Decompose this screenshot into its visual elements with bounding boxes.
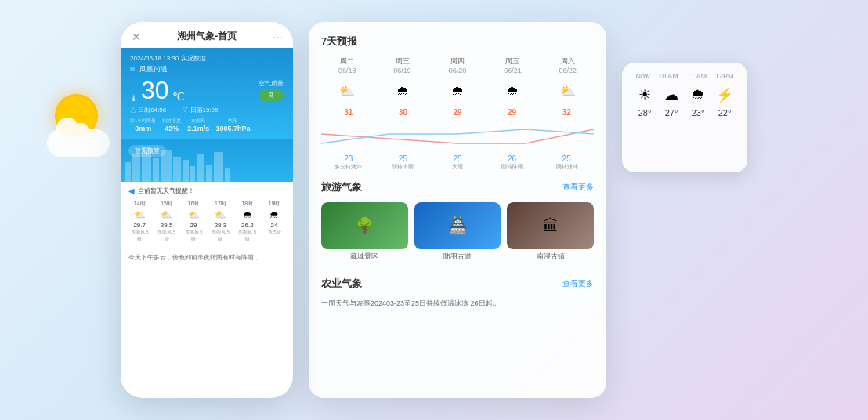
hourly-item: 15时 ⛅ 29.5 东南风 5级: [155, 200, 177, 243]
hourly-wind: 东南风 5级: [155, 229, 177, 243]
weather-stats: 前1小时雨量 0mm 相对湿度 42% 东南风 2.1m/s 气压 1005.7…: [130, 118, 284, 132]
hourly-time: 16时: [183, 200, 204, 208]
tourism-more[interactable]: 查看更多: [562, 182, 594, 193]
tourism-card[interactable]: 🏛 南浔古镇: [507, 202, 594, 262]
alert-row: ◀ 当前暂无天气提醒！: [128, 186, 285, 195]
forecast-day-header: 周五06/21: [486, 56, 538, 74]
tourism-name: 陆羽古道: [414, 252, 501, 262]
widget-time: 10 AM: [658, 72, 678, 80]
tourism-card[interactable]: 🌳 藏城景区: [321, 202, 408, 262]
day-date: 06/21: [486, 67, 538, 74]
forecast-icon: 🌧: [376, 84, 428, 99]
hourly-temp: 29.5: [155, 222, 177, 229]
menu-button[interactable]: ···: [273, 31, 282, 43]
widget-weather-icon: ⚡: [711, 86, 738, 103]
pressure-label: 气压: [215, 118, 250, 125]
rain-label: 前1小时雨量: [130, 118, 156, 125]
pressure-value: 1005.7hPa: [215, 125, 250, 132]
wind-value: 2.1m/s: [187, 125, 209, 132]
air-quality-badge: 良: [259, 89, 284, 101]
agri-header: 农业气象 查看更多: [321, 277, 594, 291]
hourly-icon: 🌧: [237, 209, 259, 220]
day-date: 06/22: [542, 67, 594, 74]
forecast-title: 7天预报: [321, 34, 357, 49]
city-skyline: 暂无预警: [121, 139, 293, 182]
forecast-day-header: 周三06/19: [376, 56, 428, 74]
forecast-icon: 🌧: [486, 84, 538, 99]
day-name: 周三: [376, 56, 428, 67]
low-temp: 26: [508, 154, 516, 163]
day-name: 周六: [542, 56, 594, 67]
hourly-temp: 26.2: [237, 222, 259, 229]
weather-desc: 阴转滂沛: [541, 163, 594, 171]
hourly-wind: 东南风 5级: [183, 229, 204, 243]
agri-more[interactable]: 查看更多: [562, 278, 594, 289]
phone-header: ✕ 湖州气象-首页 ···: [121, 22, 293, 48]
widget-icon-row: ☀☁🌧⚡: [631, 86, 738, 103]
wind-label: 东南风: [187, 118, 209, 125]
high-temp: 30: [399, 108, 407, 117]
phone-footer: 今天下午多云，傍晚到前半夜转阴有时有阵雨，: [121, 248, 293, 266]
hourly-item: 19时 🌧 24 东 5级: [263, 200, 285, 243]
sun-times: △ 日出04:56 ▽ 日落19:05: [130, 106, 284, 114]
day-name: 周四: [432, 56, 483, 67]
sunrise-time: △ 日出04:56: [130, 106, 166, 114]
high-temp: 31: [344, 108, 353, 117]
day-name: 周二: [321, 56, 373, 67]
sunset-time: ▽ 日落19:05: [182, 106, 218, 114]
rain-value: 0mm: [130, 125, 156, 132]
tourism-cards: 🌳 藏城景区 🏯 陆羽古道 🏛 南浔古镇: [321, 202, 594, 262]
air-quality-label: 空气质量: [259, 79, 284, 88]
forecast-icon: ⛅: [542, 84, 594, 99]
center-panel: 7天预报 周二06/18周三06/19周四06/20周五06/21周六06/22…: [309, 22, 606, 398]
high-temps: 3130292932: [321, 108, 594, 117]
low-temp: 23: [344, 154, 353, 163]
hourly-temp: 29: [183, 222, 204, 229]
hourly-time: 15时: [155, 200, 177, 208]
agri-title: 农业气象: [321, 277, 362, 291]
widget-weather-icon: ☁: [658, 86, 685, 103]
low-temps: 2325252625: [321, 154, 594, 163]
hourly-item: 14时 ⛅ 29.7 东南风 5级: [128, 200, 150, 243]
tourism-image: 🏯: [414, 202, 501, 249]
hourly-item: 18时 🌧 26.2 东南风 5级: [237, 200, 259, 243]
hourly-icon: 🌧: [263, 209, 285, 220]
sun-cloud-decoration: [47, 94, 110, 157]
cloud-decoration: [47, 129, 110, 157]
forecast-day-header: 周四06/20: [432, 56, 483, 74]
agriculture-section: 农业气象 查看更多 一周天气与农事202403-23至25日持续低温冰冻 26日…: [321, 270, 594, 310]
phone-title: 湖州气象-首页: [177, 30, 237, 43]
hourly-time: 14时: [128, 200, 150, 208]
hourly-scroll[interactable]: 14时 ⛅ 29.7 东南风 5级 15时 ⛅ 29.5 东南风 5级 16时 …: [128, 200, 285, 243]
tourism-card[interactable]: 🏯 陆羽古道: [414, 202, 501, 262]
agri-text: 一周天气与农事202403-23至25日持续低温冰冻 26日起...: [321, 299, 594, 310]
widget-time: 11 AM: [687, 72, 707, 80]
close-button[interactable]: ✕: [132, 31, 141, 43]
hourly-wind: 东南风 5级: [209, 229, 231, 243]
phone-mockup: ✕ 湖州气象-首页 ··· 2024/06/18 13:30 实况数据 凤凰街道…: [121, 22, 293, 398]
day-date: 06/19: [376, 67, 428, 74]
location-dot: [130, 67, 135, 71]
weather-desc: 阴转阵雨: [486, 163, 539, 171]
mini-weather-widget: Now10 AM11 AM12PM ☀☁🌧⚡ 28°27°23°22°: [622, 63, 747, 172]
widget-time: 12PM: [715, 72, 734, 80]
forecast-days: 周二06/18周三06/19周四06/20周五06/21周六06/22: [321, 56, 594, 74]
tourism-title: 旅游气象: [321, 180, 362, 194]
forecast-icon: 🌧: [432, 84, 483, 99]
tourism-header: 旅游气象 查看更多: [321, 180, 594, 194]
weather-descs: 多云转滂沛阴转中雨大雨阴转阵雨阴转滂沛: [321, 163, 594, 171]
weather-location: 凤凰街道: [130, 64, 284, 74]
widget-temp-row: 28°27°23°22°: [631, 108, 738, 118]
alert-text: 当前暂无天气提醒！: [138, 186, 194, 195]
forecast-day-header: 周二06/18: [321, 56, 373, 74]
weather-date: 2024/06/18 13:30 实况数据: [130, 54, 284, 63]
forecast-header: 7天预报: [321, 34, 594, 49]
low-temp: 25: [453, 154, 461, 163]
hourly-time: 17时: [209, 200, 231, 208]
hourly-item: 17时 ⛅ 28.3 东南风 5级: [209, 200, 231, 243]
day-name: 周五: [486, 56, 538, 67]
weather-desc: 阴转中雨: [376, 163, 429, 171]
widget-temp: 23°: [685, 108, 711, 118]
tourism-name: 南浔古镇: [507, 252, 594, 262]
humidity-label: 相对湿度: [162, 118, 181, 125]
